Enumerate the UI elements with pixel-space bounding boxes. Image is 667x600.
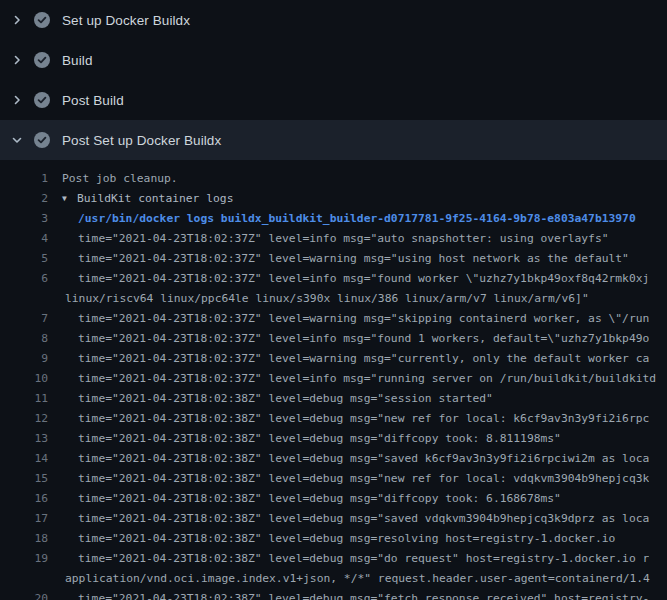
line-number[interactable]: 10 (0, 369, 48, 389)
log-text: time="2021-04-23T18:02:37Z" level=info m… (78, 332, 649, 345)
line-number[interactable]: 7 (0, 309, 48, 329)
line-number (0, 569, 48, 589)
log-text: time="2021-04-23T18:02:37Z" level=info m… (78, 232, 609, 245)
log-text: time="2021-04-23T18:02:38Z" level=debug … (78, 492, 561, 505)
check-circle-icon (34, 12, 50, 28)
log-text: time="2021-04-23T18:02:37Z" level=warnin… (78, 352, 649, 365)
line-number[interactable]: 3 (0, 209, 48, 229)
log-row: 16time="2021-04-23T18:02:38Z" level=debu… (0, 489, 667, 509)
log-row: 11time="2021-04-23T18:02:38Z" level=debu… (0, 389, 667, 409)
log-row: 1Post job cleanup. (0, 169, 667, 189)
line-number[interactable]: 9 (0, 349, 48, 369)
log-text: time="2021-04-23T18:02:38Z" level=debug … (78, 592, 649, 600)
log-text: time="2021-04-23T18:02:38Z" level=debug … (78, 552, 649, 565)
log-text: time="2021-04-23T18:02:37Z" level=info m… (78, 372, 656, 385)
line-number[interactable]: 8 (0, 329, 48, 349)
triangle-down-icon[interactable]: ▼ (62, 189, 77, 209)
log-text: time="2021-04-23T18:02:38Z" level=debug … (78, 432, 561, 445)
step-row-set-up-docker-buildx[interactable]: Set up Docker Buildx (0, 0, 667, 40)
log-row: linux/riscv64 linux/ppc64le linux/s390x … (0, 289, 667, 309)
log-row: 10time="2021-04-23T18:02:37Z" level=info… (0, 369, 667, 389)
line-number[interactable]: 18 (0, 529, 48, 549)
log-text: application/vnd.oci.image.index.v1+json,… (65, 572, 650, 585)
log-command-text: /usr/bin/docker logs buildx_buildkit_bui… (78, 212, 636, 225)
log-row: 6time="2021-04-23T18:02:37Z" level=info … (0, 269, 667, 289)
chevron-right-icon (10, 52, 24, 68)
log-rows: 1Post job cleanup.2▼BuildKit container l… (0, 169, 667, 600)
line-number[interactable]: 20 (0, 589, 48, 600)
chevron-right-icon (10, 12, 24, 28)
log-row: 14time="2021-04-23T18:02:38Z" level=debu… (0, 449, 667, 469)
log-text: time="2021-04-23T18:02:37Z" level=warnin… (78, 312, 649, 325)
line-number (0, 289, 48, 309)
step-label: Set up Docker Buildx (62, 13, 190, 28)
log-row: 7time="2021-04-23T18:02:37Z" level=warni… (0, 309, 667, 329)
line-number[interactable]: 2 (0, 189, 48, 209)
log-row: 20time="2021-04-23T18:02:38Z" level=debu… (0, 589, 667, 600)
line-number[interactable]: 17 (0, 509, 48, 529)
log-row[interactable]: 2▼BuildKit container logs (0, 189, 667, 209)
line-number[interactable]: 11 (0, 389, 48, 409)
line-number[interactable]: 12 (0, 409, 48, 429)
log-row: 3/usr/bin/docker logs buildx_buildkit_bu… (0, 209, 667, 229)
log-text: time="2021-04-23T18:02:38Z" level=debug … (78, 392, 493, 405)
chevron-down-icon (10, 132, 24, 148)
line-number[interactable]: 16 (0, 489, 48, 509)
log-row: 9time="2021-04-23T18:02:37Z" level=warni… (0, 349, 667, 369)
log-row: application/vnd.oci.image.index.v1+json,… (0, 569, 667, 589)
log-text: time="2021-04-23T18:02:37Z" level=warnin… (78, 252, 629, 265)
log-text: time="2021-04-23T18:02:38Z" level=debug … (78, 472, 649, 485)
log-text: time="2021-04-23T18:02:38Z" level=debug … (78, 532, 615, 545)
step-list: Set up Docker BuildxBuildPost BuildPost … (0, 0, 667, 160)
log-row: 17time="2021-04-23T18:02:38Z" level=debu… (0, 509, 667, 529)
log-row: 12time="2021-04-23T18:02:38Z" level=debu… (0, 409, 667, 429)
log-row: 8time="2021-04-23T18:02:37Z" level=info … (0, 329, 667, 349)
step-label: Post Set up Docker Buildx (62, 133, 221, 148)
log-text: time="2021-04-23T18:02:38Z" level=debug … (78, 452, 649, 465)
check-circle-icon (34, 52, 50, 68)
log-text: time="2021-04-23T18:02:38Z" level=debug … (78, 412, 649, 425)
line-number[interactable]: 19 (0, 549, 48, 569)
step-row-post-set-up-docker-buildx[interactable]: Post Set up Docker Buildx (0, 120, 667, 160)
line-number[interactable]: 15 (0, 469, 48, 489)
line-number[interactable]: 4 (0, 229, 48, 249)
chevron-right-icon (10, 92, 24, 108)
log-text: Post job cleanup. (62, 172, 178, 185)
log-row: 13time="2021-04-23T18:02:38Z" level=debu… (0, 429, 667, 449)
check-circle-icon (34, 92, 50, 108)
log-row: 15time="2021-04-23T18:02:38Z" level=debu… (0, 469, 667, 489)
line-number[interactable]: 5 (0, 249, 48, 269)
log-text: BuildKit container logs (77, 192, 233, 205)
line-number[interactable]: 1 (0, 169, 48, 189)
log-row: 18time="2021-04-23T18:02:38Z" level=debu… (0, 529, 667, 549)
step-label: Build (62, 53, 93, 68)
step-label: Post Build (62, 93, 124, 108)
log-text: time="2021-04-23T18:02:37Z" level=info m… (78, 272, 649, 285)
log-text: time="2021-04-23T18:02:38Z" level=debug … (78, 512, 649, 525)
line-number[interactable]: 13 (0, 429, 48, 449)
log-row: 4time="2021-04-23T18:02:37Z" level=info … (0, 229, 667, 249)
step-row-post-build[interactable]: Post Build (0, 80, 667, 120)
log-viewer: 1Post job cleanup.2▼BuildKit container l… (0, 160, 667, 600)
check-circle-icon (34, 132, 50, 148)
log-row: 19time="2021-04-23T18:02:38Z" level=debu… (0, 549, 667, 569)
line-number[interactable]: 6 (0, 269, 48, 289)
step-row-build[interactable]: Build (0, 40, 667, 80)
log-text: linux/riscv64 linux/ppc64le linux/s390x … (65, 292, 589, 305)
line-number[interactable]: 14 (0, 449, 48, 469)
log-row: 5time="2021-04-23T18:02:37Z" level=warni… (0, 249, 667, 269)
